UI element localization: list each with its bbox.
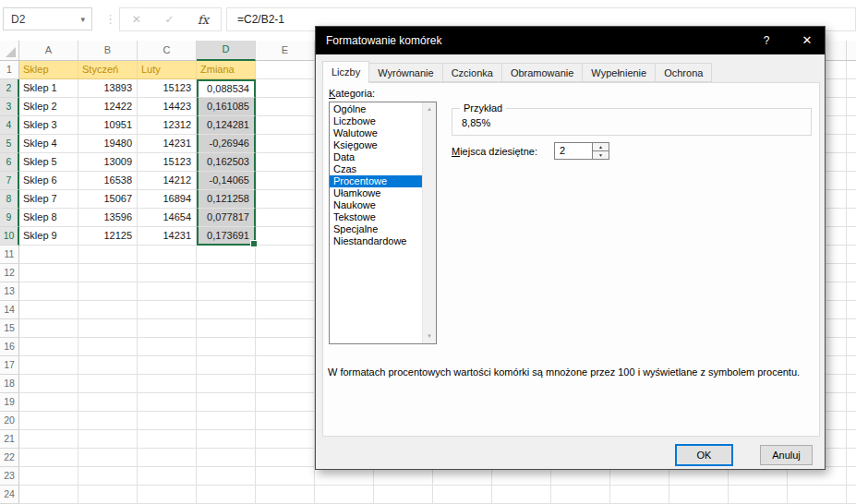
cell-B17[interactable] — [78, 356, 138, 375]
cell-D13[interactable] — [197, 282, 256, 301]
cell-B3[interactable]: 12422 — [78, 98, 138, 116]
cell-C3[interactable]: 14423 — [138, 98, 197, 116]
cell-C19[interactable] — [138, 393, 197, 412]
row-header-24[interactable]: 24 — [0, 486, 19, 504]
cell[interactable] — [847, 449, 856, 467]
cell-D17[interactable] — [197, 356, 256, 375]
row-header-18[interactable]: 18 — [0, 375, 19, 393]
cell-D9[interactable]: 0,077817 — [197, 209, 256, 227]
cell[interactable] — [433, 467, 492, 486]
cell-B12[interactable] — [78, 264, 138, 282]
cell-B14[interactable] — [78, 301, 138, 319]
cell-B23[interactable] — [78, 467, 138, 486]
cell[interactable] — [847, 338, 856, 356]
cell-A7[interactable]: Sklep 6 — [19, 172, 78, 190]
cell[interactable] — [374, 467, 433, 486]
cell-B21[interactable] — [78, 430, 138, 449]
cell-B6[interactable]: 13009 — [78, 153, 138, 172]
row-header-19[interactable]: 19 — [0, 393, 19, 412]
cell-E22[interactable] — [256, 449, 315, 467]
cell-A16[interactable] — [19, 338, 78, 356]
cell[interactable] — [847, 172, 856, 190]
tab-obramowanie[interactable]: Obramowanie — [501, 63, 583, 82]
cell-E16[interactable] — [256, 338, 315, 356]
cell-D5[interactable]: -0,26946 — [197, 135, 256, 153]
cell-C11[interactable] — [138, 246, 197, 264]
cell[interactable] — [847, 467, 856, 486]
cell-A4[interactable]: Sklep 3 — [19, 116, 78, 135]
category-item-tekstowe[interactable]: Tekstowe — [330, 211, 422, 223]
cell-C17[interactable] — [138, 356, 197, 375]
decimal-places-spinner[interactable]: 2 ▲ ▼ — [554, 142, 609, 160]
cell-C18[interactable] — [138, 375, 197, 393]
cell-C10[interactable]: 14231 — [138, 227, 197, 246]
cell-A23[interactable] — [19, 467, 78, 486]
listbox-scrollbar[interactable]: ▲ ▼ — [422, 102, 436, 343]
cell-A21[interactable] — [19, 430, 78, 449]
row-header-20[interactable]: 20 — [0, 412, 19, 430]
cell-D24[interactable] — [197, 486, 256, 504]
cell-C14[interactable] — [138, 301, 197, 319]
category-item-liczbowe[interactable]: Liczbowe — [330, 115, 422, 127]
cell[interactable] — [847, 393, 856, 412]
cell-E20[interactable] — [256, 412, 315, 430]
cell[interactable] — [847, 98, 856, 116]
row-header-5[interactable]: 5 — [0, 135, 19, 153]
cell-D4[interactable]: 0,124281 — [197, 116, 256, 135]
cell-B16[interactable] — [78, 338, 138, 356]
cell[interactable] — [847, 209, 856, 227]
cell[interactable] — [433, 486, 492, 504]
cell-B8[interactable]: 15067 — [78, 190, 138, 209]
cell-A3[interactable]: Sklep 2 — [19, 98, 78, 116]
category-item-ogólne[interactable]: Ogólne — [330, 103, 422, 115]
cell-D15[interactable] — [197, 319, 256, 338]
cell-B24[interactable] — [78, 486, 138, 504]
cell[interactable] — [847, 190, 856, 209]
cell-E4[interactable] — [256, 116, 315, 135]
cell-D19[interactable] — [197, 393, 256, 412]
row-header-10[interactable]: 10 — [0, 227, 19, 246]
cell-D8[interactable]: 0,121258 — [197, 190, 256, 209]
cell[interactable] — [729, 486, 788, 504]
category-item-czas[interactable]: Czas — [330, 163, 422, 175]
dialog-titlebar[interactable]: Formatowanie komórek ? ✕ — [316, 27, 825, 54]
category-item-księgowe[interactable]: Księgowe — [330, 139, 422, 151]
cell-A11[interactable] — [19, 246, 78, 264]
cell-D20[interactable] — [197, 412, 256, 430]
cell-D21[interactable] — [197, 430, 256, 449]
cell-C2[interactable]: 15123 — [138, 79, 197, 98]
row-header-7[interactable]: 7 — [0, 172, 19, 190]
cell-C1[interactable]: Luty — [138, 61, 197, 79]
cell-D14[interactable] — [197, 301, 256, 319]
select-all-corner[interactable] — [0, 41, 19, 61]
cell-A19[interactable] — [19, 393, 78, 412]
cell-A22[interactable] — [19, 449, 78, 467]
cell-A6[interactable]: Sklep 5 — [19, 153, 78, 172]
cell-B11[interactable] — [78, 246, 138, 264]
category-item-niestandardowe[interactable]: Niestandardowe — [330, 235, 422, 247]
cell[interactable] — [610, 467, 669, 486]
cell-A18[interactable] — [19, 375, 78, 393]
category-item-ułamkowe[interactable]: Ułamkowe — [330, 187, 422, 199]
column-header-D[interactable]: D — [197, 41, 256, 61]
cell-C5[interactable]: 14231 — [138, 135, 197, 153]
cell[interactable] — [847, 227, 856, 246]
cell-D10[interactable]: 0,173691 — [197, 227, 256, 246]
tab-liczby[interactable]: Liczby — [322, 61, 369, 83]
cell-C23[interactable] — [138, 467, 197, 486]
cancel-button[interactable]: Anuluj — [760, 445, 813, 465]
cell-B15[interactable] — [78, 319, 138, 338]
cell-E1[interactable] — [256, 61, 315, 79]
cell-E7[interactable] — [256, 172, 315, 190]
cell-C15[interactable] — [138, 319, 197, 338]
column-header[interactable] — [847, 41, 856, 61]
cell-E9[interactable] — [256, 209, 315, 227]
category-item-walutowe[interactable]: Walutowe — [330, 127, 422, 139]
cell-E14[interactable] — [256, 301, 315, 319]
cell-E24[interactable] — [256, 486, 315, 504]
category-item-naukowe[interactable]: Naukowe — [330, 199, 422, 211]
cell-E15[interactable] — [256, 319, 315, 338]
cell-D7[interactable]: -0,14065 — [197, 172, 256, 190]
spinner-down-icon[interactable]: ▼ — [593, 151, 609, 159]
decimal-places-value[interactable]: 2 — [560, 145, 565, 156]
